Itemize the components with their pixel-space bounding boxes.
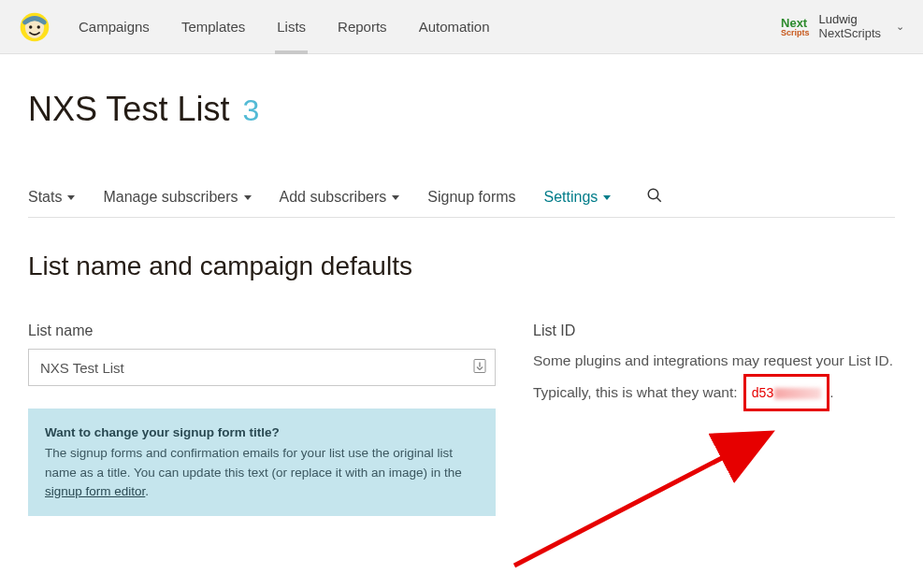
svg-point-4 xyxy=(649,189,659,199)
subnav-manage-subscribers[interactable]: Manage subscribers xyxy=(103,189,251,206)
account-menu[interactable]: Next Scripts Ludwig NextScripts ⌄ xyxy=(781,13,912,41)
page-body: NXS Test List 3 Stats Manage subscribers… xyxy=(0,90,923,588)
list-subnav: Stats Manage subscribers Add subscribers… xyxy=(28,187,895,218)
signup-form-editor-link[interactable]: signup form editor xyxy=(45,484,145,498)
subnav-label: Stats xyxy=(28,189,62,206)
mailchimp-logo[interactable] xyxy=(19,11,50,43)
subnav-stats[interactable]: Stats xyxy=(28,189,75,206)
account-text: Ludwig NextScripts xyxy=(819,13,881,41)
list-id-desc-1: Some plugins and integrations may reques… xyxy=(533,347,895,374)
subnav-label: Add subscribers xyxy=(280,189,387,206)
col-list-id: List ID Some plugins and integrations ma… xyxy=(533,323,895,411)
list-id-desc-2a: Typically, this is what they want: xyxy=(533,384,742,400)
chevron-down-icon xyxy=(603,195,611,200)
nav-reports[interactable]: Reports xyxy=(326,0,398,54)
list-title: NXS Test List xyxy=(28,90,229,129)
list-id-highlight: d53 xyxy=(743,374,829,410)
svg-line-5 xyxy=(657,197,662,202)
list-name-input[interactable] xyxy=(28,349,496,386)
subnav-label: Signup forms xyxy=(427,189,515,206)
col-list-name: List name Want to change your signup for… xyxy=(28,323,496,588)
chevron-down-icon xyxy=(392,195,399,200)
list-id-redacted xyxy=(774,388,821,399)
list-id-desc-2b: . xyxy=(829,384,833,400)
nav-campaigns[interactable]: Campaigns xyxy=(67,0,161,54)
nav-lists[interactable]: Lists xyxy=(266,0,317,54)
subnav-label: Manage subscribers xyxy=(103,189,238,206)
subnav-signup-forms[interactable]: Signup forms xyxy=(427,189,515,206)
list-id-value: d53 xyxy=(752,385,773,400)
search-icon[interactable] xyxy=(646,187,663,208)
nav-automation[interactable]: Automation xyxy=(408,0,501,54)
subnav-settings[interactable]: Settings xyxy=(544,189,612,206)
info-body-tail: . xyxy=(145,484,149,498)
list-id-label: List ID xyxy=(533,323,895,339)
chevron-down-icon xyxy=(244,195,252,200)
info-body: The signup forms and confirmation emails… xyxy=(45,446,462,479)
list-id-desc-2: Typically, this is what they want: d53. xyxy=(533,374,895,410)
top-nav: Campaigns Templates Lists Reports Automa… xyxy=(0,0,923,54)
page-title: NXS Test List 3 xyxy=(28,90,895,129)
svg-point-3 xyxy=(37,25,40,28)
section-heading: List name and campaign defaults xyxy=(28,251,895,281)
nav-items: Campaigns Templates Lists Reports Automa… xyxy=(67,0,501,54)
chevron-down-icon xyxy=(67,195,75,200)
svg-point-2 xyxy=(29,25,32,28)
signup-form-info: Want to change your signup form title? T… xyxy=(28,409,496,516)
subnav-label: Settings xyxy=(544,189,599,206)
chevron-down-icon: ⌄ xyxy=(896,21,904,33)
nav-templates[interactable]: Templates xyxy=(170,0,256,54)
subscriber-count: 3 xyxy=(242,93,259,128)
list-name-label: List name xyxy=(28,323,496,339)
info-question: Want to change your signup form title? xyxy=(45,423,479,442)
nextscripts-logo: Next Scripts xyxy=(781,17,810,37)
subnav-add-subscribers[interactable]: Add subscribers xyxy=(280,189,400,206)
